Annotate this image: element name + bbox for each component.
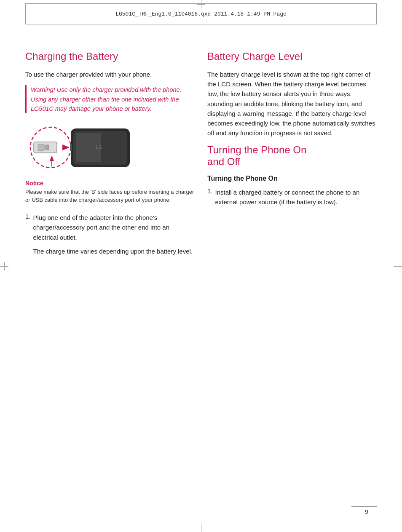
- page-number: 9: [365, 508, 368, 515]
- right-column: Battery Charge Level The battery charge …: [207, 51, 377, 498]
- turning-phone-on-subheading: Turning the Phone On: [207, 175, 377, 182]
- notice-text: Please make sure that the 'B' side faces…: [25, 188, 195, 204]
- svg-marker-4: [62, 144, 70, 150]
- svg-marker-11: [50, 155, 54, 161]
- charger-image-area: LG: [25, 120, 195, 175]
- svg-rect-8: [70, 144, 72, 151]
- charging-battery-title: Charging the Battery: [25, 51, 195, 63]
- page-rule: [351, 506, 377, 507]
- charger-illustration: LG: [25, 120, 135, 175]
- notice-title: Notice: [25, 180, 195, 187]
- svg-rect-3: [46, 145, 49, 150]
- left-registration-cross: [0, 262, 8, 270]
- warning-block: Warning! Use only the charger provided w…: [25, 85, 195, 113]
- svg-rect-1: [34, 142, 57, 153]
- right-registration-cross: [394, 262, 402, 270]
- bottom-registration-cross: [197, 524, 205, 532]
- step-1-text: Plug one end of the adapter into the pho…: [33, 214, 170, 241]
- battery-charge-body: The battery charge level is shown at the…: [207, 70, 377, 138]
- battery-charge-level-title: Battery Charge Level: [207, 51, 377, 63]
- left-margin-rule: [17, 34, 17, 507]
- right-step-1-number: 1.: [207, 187, 213, 207]
- step-1-item: 1. Plug one end of the adapter into the …: [25, 213, 195, 256]
- charging-intro-text: To use the charger provided with your ph…: [25, 70, 195, 79]
- right-margin-rule: [385, 34, 385, 507]
- file-info-text: LG501C_TRF_Eng1.0_1104018.qxd 2011.4.18 …: [115, 11, 287, 17]
- step-1-number: 1.: [25, 213, 31, 256]
- svg-text:LG: LG: [96, 144, 102, 150]
- content-wrapper: Charging the Battery To use the charger …: [25, 51, 377, 498]
- notice-section: Notice Please make sure that the 'B' sid…: [25, 180, 195, 204]
- svg-rect-2: [38, 144, 44, 151]
- left-column: Charging the Battery To use the charger …: [25, 51, 195, 498]
- header-bar: LG501C_TRF_Eng1.0_1104018.qxd 2011.4.18 …: [25, 3, 377, 24]
- turning-phone-title: Turning the Phone On and Off: [207, 144, 377, 168]
- right-step-1-text: Install a charged battery or connect the…: [215, 187, 377, 207]
- right-step-1-item: 1. Install a charged battery or connect …: [207, 187, 377, 207]
- warning-text: Warning! Use only the charger provided w…: [31, 85, 195, 113]
- sub-para-charge-time: The charge time varies depending upon th…: [33, 246, 195, 256]
